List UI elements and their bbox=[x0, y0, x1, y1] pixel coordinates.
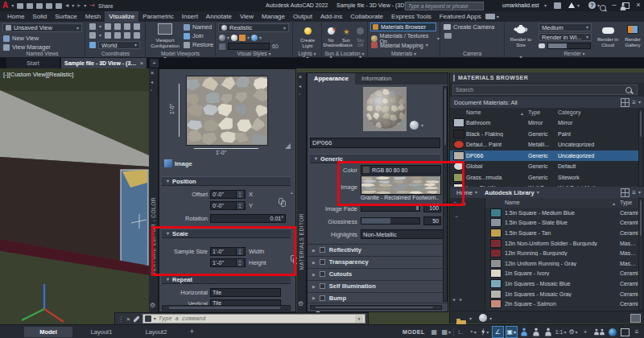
render-exposure-slider[interactable] bbox=[547, 43, 591, 49]
named-viewport-button[interactable]: Named bbox=[184, 23, 212, 31]
materials-editor-properties-icon[interactable]: ▫ bbox=[299, 92, 300, 97]
render-target-dropdown[interactable]: Render in Wi...▾ bbox=[539, 33, 592, 41]
user-caret-icon[interactable]: ▾ bbox=[544, 3, 547, 8]
doc-tab-active[interactable]: Sample file - 3D View - (3D)*× bbox=[61, 58, 147, 68]
library-name-button[interactable]: Autodesk Library bbox=[485, 189, 535, 196]
minimize-button[interactable]: – bbox=[609, 1, 619, 9]
undo-icon[interactable]: ◂ bbox=[65, 2, 68, 9]
annotation-scale-person-icon[interactable] bbox=[543, 327, 554, 337]
annotation-scale-value[interactable]: 1:1▾ bbox=[555, 327, 567, 337]
cutouts-checkbox[interactable] bbox=[320, 271, 325, 277]
materials-editor-gear-icon[interactable]: ⚙ bbox=[298, 300, 303, 307]
material-row-bathroom[interactable]: BathroomMirrorMirror bbox=[450, 117, 639, 128]
opacity-icon[interactable] bbox=[219, 43, 225, 50]
ucs-face-icon[interactable] bbox=[124, 23, 130, 30]
ucs-icon[interactable] bbox=[89, 23, 96, 30]
render-quality-dropdown[interactable]: Medium▾ bbox=[539, 23, 592, 31]
alert-caret-icon[interactable]: ▾ bbox=[577, 3, 580, 8]
layout-tab-layout2[interactable]: Layout2 bbox=[130, 327, 182, 337]
share-label[interactable]: Share bbox=[98, 3, 114, 9]
open-icon[interactable] bbox=[27, 3, 33, 9]
tab-view[interactable]: View bbox=[236, 11, 258, 22]
join-viewport-button[interactable]: Join bbox=[184, 32, 204, 39]
position-section-header[interactable]: ▾Position bbox=[162, 176, 291, 186]
help-caret-icon[interactable]: ▾ bbox=[597, 3, 600, 8]
command-customize-icon[interactable] bbox=[133, 315, 139, 322]
render-in-cloud-button[interactable]: Render in Cloud bbox=[595, 23, 621, 47]
lib-row-6[interactable]: 1in Square - IvoryCerami bbox=[485, 269, 638, 279]
section-self-illumination[interactable]: ▶Self Illumination bbox=[308, 280, 448, 291]
logo-caret-icon[interactable]: ▾ bbox=[11, 3, 14, 8]
layout-tab-layout1[interactable]: Layout1 bbox=[76, 327, 127, 337]
material-row-global[interactable]: GlobalGenericDefault bbox=[450, 161, 639, 171]
doc-columns-header[interactable]: Name ▴ Type Category bbox=[450, 109, 639, 117]
panel-label-named-views[interactable]: Named Views bbox=[0, 50, 85, 58]
panel-label-model-viewports[interactable]: Model Viewports bbox=[146, 50, 215, 58]
materials-editor-vertical-title[interactable]: MATERIALS EDITOR bbox=[299, 213, 304, 270]
opacity-slider[interactable] bbox=[228, 43, 270, 50]
restore-viewport-button[interactable]: Restore bbox=[184, 41, 213, 48]
offset-x-input[interactable]: 0'-0"▴▾ bbox=[210, 190, 246, 199]
lib-row-0[interactable]: 1.5in Square - Medium BlueCerami bbox=[485, 208, 638, 218]
ucs-x-icon[interactable] bbox=[114, 32, 121, 39]
document-materials-header[interactable]: Document Materials: All ≡ ▾ bbox=[450, 97, 644, 108]
panel-label-visual-styles[interactable]: Visual Styles ▾ bbox=[216, 50, 292, 58]
materials-browser-button[interactable]: Materials Browser bbox=[370, 23, 436, 31]
texture-editor-vscroll-up-icon[interactable]: ▴ bbox=[291, 190, 293, 195]
section-transparency[interactable]: ▶Transparency bbox=[308, 256, 448, 267]
ucs-view-icon[interactable] bbox=[134, 23, 140, 30]
new-doc-tab-button[interactable]: + bbox=[150, 59, 159, 68]
annotation-monitor-icon[interactable]: + bbox=[580, 327, 591, 337]
saveas-icon[interactable] bbox=[46, 3, 52, 9]
lib-row-1[interactable]: 1.5in Square - Slate BlueCerami bbox=[485, 218, 638, 229]
material-preview-sphere[interactable] bbox=[365, 89, 406, 129]
alert-icon[interactable] bbox=[568, 2, 575, 8]
command-recent-caret-icon[interactable]: ▾ bbox=[154, 316, 156, 321]
doc-list-vscrollbar[interactable] bbox=[638, 109, 643, 187]
snap-mode-icon[interactable]: ▦▾ bbox=[441, 327, 452, 337]
doc-view-caret-icon[interactable]: ▾ bbox=[638, 100, 641, 105]
viewport-controls-label[interactable]: [-][Custom View][Realistic] bbox=[3, 71, 73, 78]
create-camera-button[interactable]: Create Camera bbox=[444, 23, 494, 31]
section-reflectivity[interactable]: ▶Reflectivity bbox=[308, 244, 448, 255]
help-icon[interactable]: ? bbox=[588, 2, 596, 9]
library-caret-icon[interactable]: ▾ bbox=[537, 190, 539, 195]
tab-manage[interactable]: Manage bbox=[258, 11, 289, 22]
save-icon[interactable] bbox=[36, 3, 43, 9]
lib-row-2[interactable]: 1.5in Square - TanCerami bbox=[485, 228, 638, 238]
browser-search-input[interactable]: Search bbox=[452, 84, 638, 95]
rotation-input[interactable]: 0.01° bbox=[210, 214, 286, 223]
create-material-browser-icon[interactable] bbox=[479, 314, 487, 322]
preview-shape-icon[interactable] bbox=[410, 121, 419, 130]
repeat-horizontal-dropdown[interactable]: Tile bbox=[210, 288, 281, 297]
workspace-switching-icon[interactable]: ⚙▾ bbox=[568, 327, 579, 337]
glossiness-slider[interactable] bbox=[361, 217, 420, 225]
annotation-visibility-icon[interactable] bbox=[519, 327, 530, 337]
new-icon[interactable] bbox=[17, 3, 23, 9]
ucs-prev-icon[interactable] bbox=[134, 32, 140, 39]
doc-view-grid-icon[interactable] bbox=[621, 98, 630, 107]
panel-label-lights[interactable]: Lights ▾ bbox=[293, 50, 321, 58]
texture-editor-autohide-icon[interactable]: ◂ bbox=[151, 79, 153, 84]
create-material-browser-caret-icon[interactable]: ▾ bbox=[489, 316, 492, 321]
ucs-origin-icon[interactable] bbox=[89, 32, 96, 39]
materials-editor-hscrollbar[interactable] bbox=[310, 305, 442, 310]
texture-preview[interactable] bbox=[186, 76, 268, 146]
new-layout-button[interactable]: + bbox=[187, 327, 197, 337]
geolocation-icon[interactable] bbox=[608, 327, 618, 337]
offset-link-icon[interactable] bbox=[279, 198, 286, 207]
tree-branch-icon[interactable]: − bbox=[455, 214, 458, 220]
panel-label-camera[interactable]: Camera bbox=[440, 50, 504, 58]
material-row-grass[interactable]: Grass...rmudaGenericSitework bbox=[450, 172, 639, 183]
command-icon[interactable] bbox=[145, 315, 151, 322]
tab-mesh[interactable]: Mesh bbox=[81, 11, 105, 22]
ucs-z-icon[interactable] bbox=[105, 32, 111, 39]
undo-caret-icon[interactable]: ▾ bbox=[72, 3, 74, 8]
texture-editor-hscrollbar[interactable] bbox=[162, 305, 291, 311]
shadow-style-icon[interactable] bbox=[231, 35, 237, 41]
material-name-input[interactable]: DP066 bbox=[310, 138, 440, 148]
model-space-badge[interactable]: MODEL bbox=[402, 329, 425, 335]
plot-icon[interactable] bbox=[56, 3, 62, 9]
units-icon[interactable] bbox=[592, 327, 606, 337]
tab-solid[interactable]: Solid bbox=[28, 11, 51, 22]
